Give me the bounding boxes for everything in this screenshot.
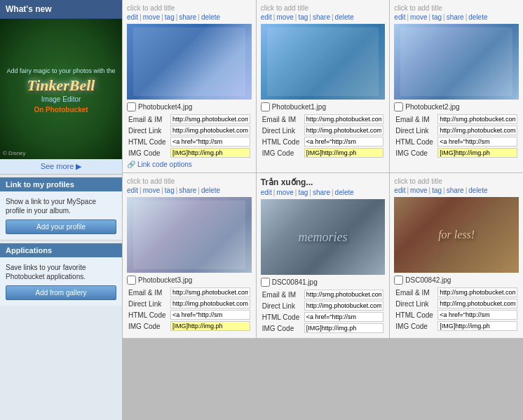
action-edit-photobucket2[interactable]: edit <box>394 13 405 21</box>
photo-actions-photobucket1: edit | move | tag | share | delete <box>261 13 386 21</box>
see-more-link[interactable]: See more ▶ <box>41 162 82 170</box>
input-direct-link-dsc00842[interactable] <box>437 299 517 309</box>
action-delete-photobucket4[interactable]: delete <box>201 13 220 21</box>
action-tag-dsc00842[interactable]: tag <box>432 187 442 194</box>
row-email-im-photobucket4: Email & IM <box>127 114 252 125</box>
action-edit-photobucket4[interactable]: edit <box>127 13 138 21</box>
action-delete-dsc00841[interactable]: delete <box>335 189 354 196</box>
action-move-photobucket3[interactable]: move <box>143 187 160 194</box>
photo-cell-photobucket4: click to add titleedit | move | tag | sh… <box>123 0 256 172</box>
photo-checkbox-dsc00842[interactable] <box>394 276 403 285</box>
input-html-code-photobucket2[interactable] <box>437 137 517 147</box>
action-move-photobucket2[interactable]: move <box>410 13 427 21</box>
input-html-code-photobucket1[interactable] <box>304 137 384 147</box>
action-tag-photobucket4[interactable]: tag <box>165 13 175 21</box>
add-gallery-button[interactable]: Add from gallery <box>6 285 116 300</box>
tinkerbell-subtitle: Image Editor <box>41 95 81 103</box>
input-direct-link-photobucket2[interactable] <box>437 126 517 135</box>
applications-desc: Save links to your favorite Photobucket … <box>6 263 116 281</box>
photo-checkbox-photobucket2[interactable] <box>394 102 403 111</box>
action-tag-photobucket3[interactable]: tag <box>165 187 175 194</box>
action-edit-photobucket1[interactable]: edit <box>261 13 272 21</box>
photo-checkbox-photobucket1[interactable] <box>261 102 270 111</box>
input-html-code-dsc00842[interactable] <box>437 310 517 320</box>
input-email-im-photobucket4[interactable] <box>170 114 250 124</box>
action-move-dsc00842[interactable]: move <box>410 187 427 194</box>
action-edit-photobucket3[interactable]: edit <box>127 187 138 194</box>
row-email-im-photobucket1: Email & IM <box>261 114 386 125</box>
see-more[interactable]: See more ▶ <box>0 159 122 175</box>
action-delete-dsc00842[interactable]: delete <box>468 187 487 194</box>
sidebar-banner[interactable]: Add fairy magic to your photos with the … <box>0 19 122 159</box>
photo-title-dsc00842[interactable]: click to add title <box>394 177 519 185</box>
input-html-code-photobucket4[interactable] <box>170 137 250 147</box>
action-delete-photobucket3[interactable]: delete <box>201 187 220 194</box>
row-img-code-photobucket4: IMG Code <box>127 147 252 158</box>
link-profiles-desc: Show a link to your MySpace profile in y… <box>6 197 116 215</box>
photo-actions-photobucket3: edit | move | tag | share | delete <box>127 187 252 194</box>
thumb-inner <box>267 27 379 95</box>
photo-checkbox-photobucket4[interactable] <box>127 102 136 111</box>
photo-title-photobucket4[interactable]: click to add title <box>127 4 252 12</box>
action-move-photobucket4[interactable]: move <box>143 13 160 21</box>
action-move-photobucket1[interactable]: move <box>276 13 293 21</box>
photo-thumb-photobucket3[interactable] <box>127 197 252 273</box>
action-delete-photobucket2[interactable]: delete <box>468 13 487 21</box>
action-share-dsc00842[interactable]: share <box>447 187 464 194</box>
photo-cell-dsc00841: Trản xuống...edit | move | tag | share |… <box>257 173 390 338</box>
row-email-im-photobucket3: Email & IM <box>127 287 252 298</box>
input-direct-link-photobucket1[interactable] <box>304 126 384 135</box>
action-tag-photobucket2[interactable]: tag <box>432 13 442 21</box>
input-email-im-dsc00841[interactable] <box>304 290 384 299</box>
action-share-dsc00841[interactable]: share <box>313 189 330 196</box>
input-email-im-photobucket1[interactable] <box>304 114 384 124</box>
photo-thumb-dsc00842[interactable]: for less! <box>394 197 519 273</box>
action-tag-dsc00841[interactable]: tag <box>298 189 308 196</box>
row-html-code-dsc00841: HTML Code <box>261 311 386 323</box>
input-direct-link-photobucket4[interactable] <box>170 126 250 135</box>
photo-filename-text-photobucket4: Photobucket4.jpg <box>138 103 192 111</box>
photo-checkbox-dsc00841[interactable] <box>261 278 270 287</box>
input-img-code-dsc00841[interactable] <box>304 323 384 333</box>
link-code-options-photobucket4[interactable]: 🔗Link code options <box>127 161 252 168</box>
add-profile-button[interactable]: Add your profile <box>6 219 116 234</box>
action-share-photobucket2[interactable]: share <box>447 13 464 21</box>
action-delete-photobucket1[interactable]: delete <box>335 13 354 21</box>
action-edit-dsc00842[interactable]: edit <box>394 187 405 194</box>
photo-checkbox-photobucket3[interactable] <box>127 276 136 285</box>
photo-title-photobucket1[interactable]: click to add title <box>261 4 386 12</box>
label-img-code-photobucket3: IMG Code <box>127 320 169 332</box>
photo-title-photobucket3[interactable]: click to add title <box>127 177 252 185</box>
photo-thumb-photobucket2[interactable] <box>394 24 519 100</box>
input-img-code-photobucket3[interactable] <box>170 321 250 331</box>
input-img-code-photobucket1[interactable] <box>304 148 384 158</box>
label-direct-link-photobucket3: Direct Link <box>127 298 169 309</box>
input-email-im-photobucket2[interactable] <box>437 114 517 124</box>
input-direct-link-photobucket3[interactable] <box>170 299 250 309</box>
action-share-photobucket1[interactable]: share <box>313 13 330 21</box>
action-edit-dsc00841[interactable]: edit <box>261 189 272 196</box>
input-email-im-photobucket3[interactable] <box>170 287 250 297</box>
input-html-code-dsc00841[interactable] <box>304 312 384 322</box>
photo-actions-dsc00841: edit | move | tag | share | delete <box>261 189 386 196</box>
input-img-code-photobucket4[interactable] <box>170 148 250 158</box>
photo-thumb-photobucket1[interactable] <box>261 24 386 100</box>
input-img-code-photobucket2[interactable] <box>437 148 517 158</box>
photo-thumb-dsc00841[interactable]: memories <box>261 199 386 275</box>
action-move-dsc00841[interactable]: move <box>276 189 293 196</box>
photo-actions-photobucket4: edit | move | tag | share | delete <box>127 13 252 21</box>
row-img-code-dsc00841: IMG Code <box>261 323 386 334</box>
action-tag-photobucket1[interactable]: tag <box>298 13 308 21</box>
row-email-im-dsc00842: Email & IM <box>394 287 519 298</box>
action-share-photobucket3[interactable]: share <box>179 187 196 194</box>
input-img-code-dsc00842[interactable] <box>437 321 517 331</box>
input-html-code-photobucket3[interactable] <box>170 310 250 320</box>
label-direct-link-photobucket4: Direct Link <box>127 125 169 136</box>
action-share-photobucket4[interactable]: share <box>179 13 196 21</box>
photo-title-photobucket2[interactable]: click to add title <box>394 4 519 12</box>
info-table-photobucket4: Email & IMDirect LinkHTML CodeIMG Code <box>127 114 252 158</box>
photo-thumb-photobucket4[interactable] <box>127 24 252 100</box>
input-email-im-dsc00842[interactable] <box>437 287 517 297</box>
input-direct-link-dsc00841[interactable] <box>304 301 384 311</box>
label-direct-link-dsc00842: Direct Link <box>394 298 436 309</box>
